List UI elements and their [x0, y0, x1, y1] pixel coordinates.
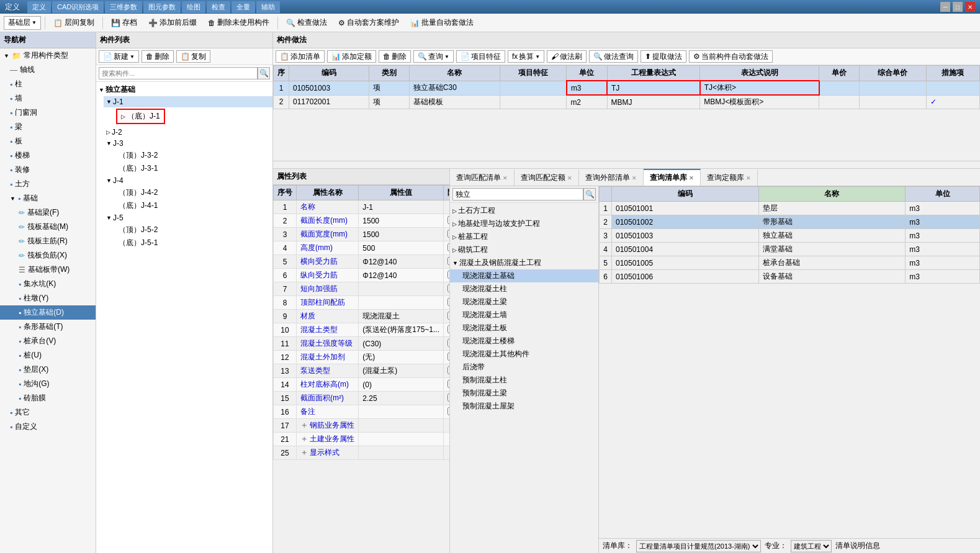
- prop-value-13[interactable]: (混凝土泵): [359, 364, 444, 378]
- query-tree-cast-foundation[interactable]: 现浇混凝土基础: [450, 269, 598, 282]
- prop-name-9[interactable]: 材质: [297, 310, 359, 323]
- floor-dropdown[interactable]: 基础层 ▼: [4, 16, 41, 30]
- prop-value-9[interactable]: 现浇混凝土: [359, 310, 444, 323]
- prop-name-8[interactable]: 顶部柱间配筋: [297, 296, 359, 310]
- nav-pile-v[interactable]: ▪ 桩承台(V): [0, 334, 96, 348]
- tab-check[interactable]: 检查: [207, 1, 230, 13]
- minimize-button[interactable]: ─: [940, 2, 950, 12]
- nav-door-window[interactable]: ▪ 门窗洞: [0, 106, 96, 120]
- qr-row-2[interactable]: 2 010501002 带形基础 m3: [600, 215, 980, 229]
- tab-external-list[interactable]: 查询外部清单 ✕: [579, 169, 644, 186]
- expand-21-icon[interactable]: ＋: [300, 434, 308, 443]
- add-list-button[interactable]: 📋 添加清单: [276, 50, 325, 63]
- query-tree-cast-wall[interactable]: 现浇混凝土墙: [450, 308, 598, 321]
- comp-node-j5-top[interactable]: （顶）J-5-2: [116, 223, 272, 236]
- close-button[interactable]: ✕: [965, 2, 975, 12]
- query-tree-concrete[interactable]: ▼ 混凝土及钢筋混凝土工程: [450, 256, 598, 269]
- tab-assistant[interactable]: 辅助: [256, 1, 280, 13]
- prop-value-8[interactable]: [359, 296, 444, 310]
- prop-value-7[interactable]: [359, 282, 444, 296]
- prop-value-14[interactable]: (0): [359, 378, 444, 392]
- nav-earthwork[interactable]: ▪ 土方: [0, 177, 96, 191]
- delete-comp-button[interactable]: 🗑 删除: [142, 50, 174, 63]
- tab-match-list[interactable]: 查询匹配清单 ✕: [450, 169, 515, 186]
- nav-beam[interactable]: ▪ 梁: [0, 120, 96, 134]
- method-row-1[interactable]: 1 010501003 项 独立基础C30 m3 TJ TJ<体积>: [274, 81, 980, 95]
- query-tree-foundation-treat[interactable]: ▷ 地基处理与边坡支护工程: [450, 217, 598, 230]
- nav-membrane[interactable]: ▪ 砖胎膜: [0, 391, 96, 405]
- prop-name-10[interactable]: 混凝土类型: [297, 323, 359, 337]
- query-tree-pile[interactable]: ▷ 桩基工程: [450, 230, 598, 243]
- db-select[interactable]: 工程量清单项目计量规范(2013-湖南): [636, 540, 761, 552]
- nav-trench-g[interactable]: ▪ 地沟(G): [0, 377, 96, 391]
- nav-foundation-f[interactable]: ✏ 基础梁(F): [0, 205, 96, 220]
- nav-isolated-d[interactable]: ▪ 独立基础(D): [0, 305, 96, 320]
- auto-match-button[interactable]: ⚙ 自动套方案维护: [334, 16, 403, 30]
- tab-3d[interactable]: 三维参数: [105, 1, 142, 13]
- qr-row-5[interactable]: 5 010501005 桩承台基础 m3: [600, 256, 980, 270]
- comp-node-j4-top[interactable]: （顶）J-4-2: [116, 186, 272, 199]
- comp-tree-root[interactable]: ▼ 独立基础: [96, 83, 272, 96]
- nav-strip-t[interactable]: ▪ 条形基础(T): [0, 320, 96, 334]
- prop-value-11[interactable]: (C30): [359, 337, 444, 351]
- comp-node-j3-bottom[interactable]: （底）J-3-1: [116, 162, 272, 175]
- prop-name-13[interactable]: 泵送类型: [297, 364, 359, 378]
- tab-match-quota-close[interactable]: ✕: [567, 175, 572, 181]
- qr-row-1[interactable]: 1 010501001 垫层 m3: [600, 202, 980, 215]
- nav-raft-x[interactable]: ✏ 筏板负筋(X): [0, 248, 96, 263]
- query-tree-cast-slab[interactable]: 现浇混凝土板: [450, 321, 598, 335]
- prop-value-3[interactable]: 1500: [359, 228, 444, 241]
- project-feature-button[interactable]: 📄 项目特征: [456, 50, 505, 63]
- tab-query-quota-close[interactable]: ✕: [746, 175, 751, 181]
- nav-raft-r[interactable]: ✏ 筏板主筋(R): [0, 234, 96, 248]
- comp-search-input[interactable]: [99, 67, 258, 79]
- prop-value-2[interactable]: 1500: [359, 214, 444, 228]
- query-tree-post-pour[interactable]: 后浇带: [450, 361, 598, 374]
- prop-name-16[interactable]: 备注: [297, 405, 359, 419]
- comp-search-button[interactable]: 🔍: [258, 67, 270, 79]
- nav-base-band-w[interactable]: ☰ 基础板带(W): [0, 263, 96, 277]
- nav-wall[interactable]: ▪ 墙: [0, 91, 96, 106]
- nav-common-types[interactable]: ▼ 📁 常用构件类型: [0, 48, 96, 63]
- query-tree-precast-beam[interactable]: 预制混凝土梁: [450, 387, 598, 400]
- prop-value-16[interactable]: [359, 405, 444, 419]
- prop-name-2[interactable]: 截面长度(mm): [297, 214, 359, 228]
- prop-name-17[interactable]: ＋ 钢筋业务属性: [297, 419, 359, 433]
- query-tree-precast-roof[interactable]: 预制混凝土屋架: [450, 400, 598, 413]
- comp-node-j4-bottom[interactable]: （底）J-4-1: [116, 199, 272, 212]
- nav-stair[interactable]: ▪ 楼梯: [0, 148, 96, 163]
- comp-node-j1-bottom[interactable]: ▷ （底）J-1: [116, 109, 165, 124]
- query-tree-cast-other[interactable]: 现浇混凝土其他构件: [450, 348, 598, 361]
- query-tree-precast-column[interactable]: 预制混凝土柱: [450, 374, 598, 387]
- prop-name-11[interactable]: 混凝土强度等级: [297, 337, 359, 351]
- add-prefix-button[interactable]: ➕ 添加前后缀: [144, 16, 201, 30]
- nav-others[interactable]: ▪ 其它: [0, 405, 96, 420]
- prop-name-7[interactable]: 短向加强筋: [297, 282, 359, 296]
- query-tree-cast-beam[interactable]: 现浇混凝土梁: [450, 295, 598, 308]
- tab-match-quota[interactable]: 查询匹配定额 ✕: [515, 169, 579, 186]
- method-scrollbar[interactable]: [273, 161, 980, 168]
- floor-copy-button[interactable]: 📋 层间复制: [49, 16, 99, 30]
- tab-define[interactable]: 定义: [27, 1, 51, 13]
- new-comp-button[interactable]: 📄 新建 ▼: [99, 50, 139, 63]
- prop-value-1[interactable]: J-1: [359, 200, 444, 214]
- prop-value-12[interactable]: (无): [359, 351, 444, 364]
- save-button[interactable]: 💾 存档: [107, 16, 142, 30]
- delete-unused-button[interactable]: 🗑 删除未使用构件: [204, 16, 274, 30]
- comp-node-j3[interactable]: ▼ J-3: [104, 138, 272, 149]
- prop-name-4[interactable]: 高度(mm): [297, 241, 359, 255]
- prop-value-4[interactable]: 500: [359, 241, 444, 255]
- check-method-button[interactable]: 🔍 检查做法: [282, 16, 331, 30]
- nav-custom[interactable]: ▪ 自定义: [0, 420, 96, 434]
- tab-query-quota[interactable]: 查询定额库 ✕: [701, 169, 758, 186]
- query-tree-cast-column[interactable]: 现浇混凝土柱: [450, 282, 598, 295]
- add-quota-button[interactable]: 📊 添加定额: [327, 50, 376, 63]
- qr-row-6[interactable]: 6 010501006 设备基础 m3: [600, 270, 980, 284]
- tab-external-list-close[interactable]: ✕: [632, 175, 637, 181]
- nav-raft-m[interactable]: ✏ 筏板基础(M): [0, 220, 96, 234]
- tab-element[interactable]: 图元参数: [143, 1, 181, 13]
- prop-name-1[interactable]: 名称: [297, 200, 359, 214]
- do-method-button[interactable]: 🖌 做法刷: [547, 50, 587, 63]
- prop-name-12[interactable]: 混凝土外加剂: [297, 351, 359, 364]
- batch-auto-button[interactable]: 📊 批量自动套做法: [406, 16, 478, 30]
